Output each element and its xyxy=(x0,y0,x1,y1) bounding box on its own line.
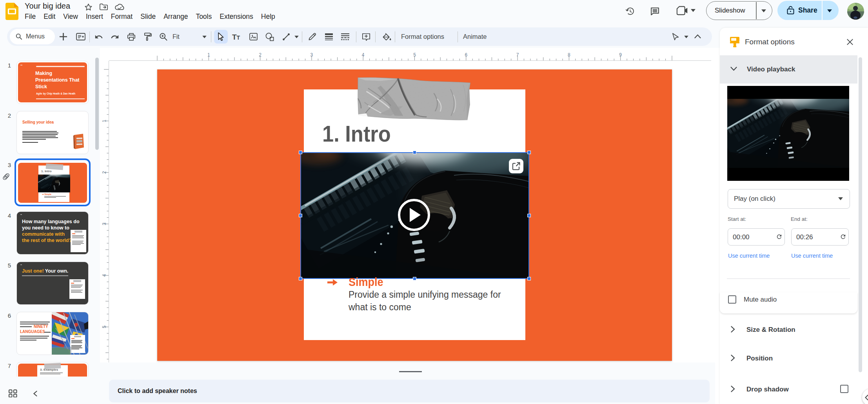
svg-text:3: 3 xyxy=(311,52,313,58)
svg-text:3: 3 xyxy=(102,222,107,225)
svg-text:8: 8 xyxy=(568,52,570,58)
svg-text:2: 2 xyxy=(102,171,107,174)
svg-text:6: 6 xyxy=(465,52,467,58)
svg-text:1: 1 xyxy=(102,120,107,122)
svg-text:5: 5 xyxy=(102,326,107,328)
svg-text:9: 9 xyxy=(619,52,622,58)
svg-text:4: 4 xyxy=(362,52,365,58)
svg-text:4: 4 xyxy=(102,274,107,277)
svg-text:7: 7 xyxy=(516,52,519,58)
svg-text:1: 1 xyxy=(207,52,210,58)
svg-text:2: 2 xyxy=(259,52,261,58)
svg-text:5: 5 xyxy=(413,52,416,58)
